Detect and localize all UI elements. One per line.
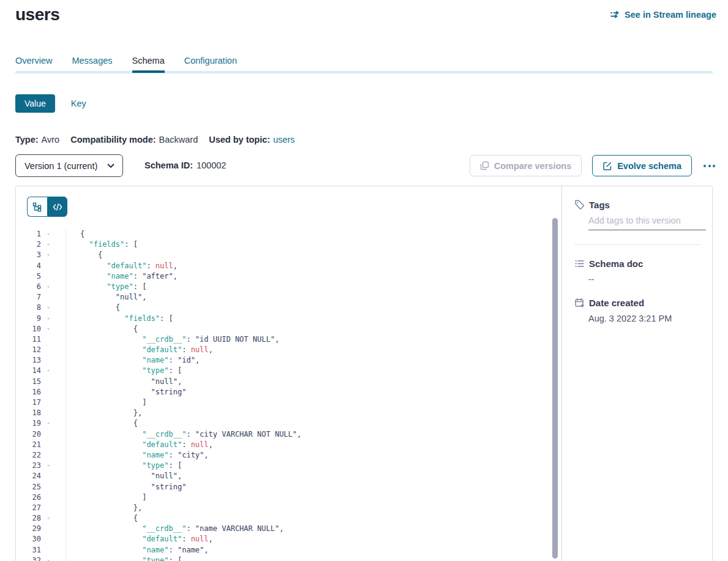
code-line-text: "string" <box>66 387 186 397</box>
code-line-text: }, <box>66 408 142 418</box>
line-number: 12 <box>16 345 41 355</box>
line-number: 22 <box>16 450 41 461</box>
line-number: 32 <box>16 555 41 561</box>
topic-link[interactable]: users <box>273 135 295 145</box>
evolve-icon <box>602 161 612 171</box>
schema-doc-heading: Schema doc <box>574 258 700 269</box>
code-line-text: { <box>66 303 120 313</box>
add-tags-input[interactable] <box>588 210 706 230</box>
code-line: 27 }, <box>16 503 561 513</box>
line-number: 31 <box>16 545 41 555</box>
schema-meta: Type: Avro Compatibility mode: Backward … <box>15 135 295 145</box>
tab-configuration[interactable]: Configuration <box>184 56 237 70</box>
line-number: 17 <box>16 397 41 408</box>
schema-page: users See in Stream lineage Overview Mes… <box>0 0 728 561</box>
line-number: 7 <box>16 292 41 303</box>
code-line-text: "fields": [ <box>66 239 138 250</box>
fold-toggle-icon[interactable]: ▾ <box>41 513 56 524</box>
code-line-text: "__crdb__": "name VARCHAR NULL", <box>66 524 283 534</box>
code-line-text: { <box>66 513 138 524</box>
code-line: 28▾ { <box>16 513 561 524</box>
fold-toggle-icon[interactable]: ▾ <box>41 314 56 324</box>
used-by-topic-meta: Used by topic: users <box>209 135 295 145</box>
schema-editor[interactable]: 1▾{2▾ "fields": [3▾ {4 "default": null,5… <box>16 186 561 561</box>
code-line-text: { <box>66 324 138 334</box>
stream-lineage-icon <box>610 10 620 19</box>
fold-toggle-icon[interactable]: ▾ <box>41 250 56 260</box>
code-line: 7 "null", <box>16 292 561 303</box>
fold-toggle-icon[interactable]: ▾ <box>41 282 56 292</box>
evolve-schema-button[interactable]: Evolve schema <box>592 155 692 176</box>
code-line-text: "null", <box>66 292 146 303</box>
code-line-text: { <box>66 250 102 260</box>
page-title: users <box>15 5 59 24</box>
line-number: 5 <box>16 271 41 282</box>
tab-underline-band <box>15 71 713 73</box>
more-options-button[interactable] <box>702 161 716 171</box>
code-editor-lines: 1▾{2▾ "fields": [3▾ {4 "default": null,5… <box>16 217 561 561</box>
code-line: 32▾ "type": [ <box>16 555 561 561</box>
line-number: 18 <box>16 408 41 418</box>
code-line: 10▾ { <box>16 324 561 334</box>
tab-overview[interactable]: Overview <box>15 56 52 70</box>
tags-heading: Tags <box>574 200 700 210</box>
line-number: 9 <box>16 314 41 324</box>
fold-toggle-icon[interactable]: ▾ <box>41 461 56 471</box>
value-toggle-button[interactable]: Value <box>15 94 55 113</box>
code-view-button[interactable] <box>47 197 67 217</box>
fold-toggle-icon[interactable]: ▾ <box>41 229 56 239</box>
fold-toggle-icon[interactable]: ▾ <box>41 366 56 376</box>
fold-toggle-icon[interactable]: ▾ <box>41 303 56 313</box>
line-number: 13 <box>16 355 41 366</box>
version-select[interactable]: Version 1 (current) <box>15 154 123 177</box>
code-line: 18 }, <box>16 408 561 418</box>
line-number: 26 <box>16 492 41 503</box>
code-line: 6▾ "type": [ <box>16 282 561 292</box>
fold-toggle-icon[interactable]: ▾ <box>41 239 56 250</box>
editor-scrollbar[interactable] <box>552 218 558 559</box>
code-line: 14▾ "type": [ <box>16 366 561 376</box>
code-line: 8▾ { <box>16 303 561 313</box>
tab-schema[interactable]: Schema <box>132 56 165 70</box>
fold-toggle-icon[interactable]: ▾ <box>41 324 56 334</box>
calendar-add-icon <box>574 298 585 308</box>
code-line: 24 "null", <box>16 471 561 481</box>
line-number: 2 <box>16 239 41 250</box>
tag-icon <box>574 200 585 210</box>
type-value: Avro <box>42 135 60 145</box>
code-line-text: "type": [ <box>66 461 182 471</box>
code-line: 29 "__crdb__": "name VARCHAR NULL", <box>16 524 561 534</box>
code-line-text: "name": "city", <box>66 450 209 461</box>
line-number: 6 <box>16 282 41 292</box>
line-number: 20 <box>16 429 41 440</box>
line-number: 14 <box>16 366 41 376</box>
line-number: 3 <box>16 250 41 260</box>
compatibility-label: Compatibility mode: <box>70 135 156 145</box>
schema-id-value: 100002 <box>197 160 226 170</box>
schema-id: Schema ID: 100002 <box>144 160 226 170</box>
fold-toggle-icon[interactable]: ▾ <box>41 418 56 429</box>
code-line: 2▾ "fields": [ <box>16 239 561 250</box>
code-line: 4 "default": null, <box>16 261 561 271</box>
see-in-stream-lineage-link[interactable]: See in Stream lineage <box>610 10 716 20</box>
code-line: 17 ] <box>16 397 561 408</box>
code-line-text: "__crdb__": "city VARCHAR NOT NULL", <box>66 429 301 440</box>
line-number: 29 <box>16 524 41 534</box>
code-line: 23▾ "type": [ <box>16 461 561 471</box>
compatibility-meta: Compatibility mode: Backward <box>70 135 198 145</box>
tree-view-button[interactable] <box>27 197 47 217</box>
schema-actions: Compare versions Evolve schema <box>470 155 716 176</box>
fold-toggle-icon[interactable]: ▾ <box>41 555 56 561</box>
compare-versions-button[interactable]: Compare versions <box>470 155 582 176</box>
code-line-text: "type": [ <box>66 366 182 376</box>
date-created-heading-label: Date created <box>589 298 644 308</box>
line-number: 30 <box>16 534 41 544</box>
code-line: 21 "default": null, <box>16 440 561 450</box>
code-line: 5 "name": "after", <box>16 271 561 282</box>
code-line: 30 "default": null, <box>16 534 561 544</box>
code-view-icon <box>53 203 62 211</box>
tab-messages[interactable]: Messages <box>72 56 112 70</box>
code-line: 3▾ { <box>16 250 561 260</box>
key-toggle-button[interactable]: Key <box>71 99 86 108</box>
code-line: 26 ] <box>16 492 561 503</box>
